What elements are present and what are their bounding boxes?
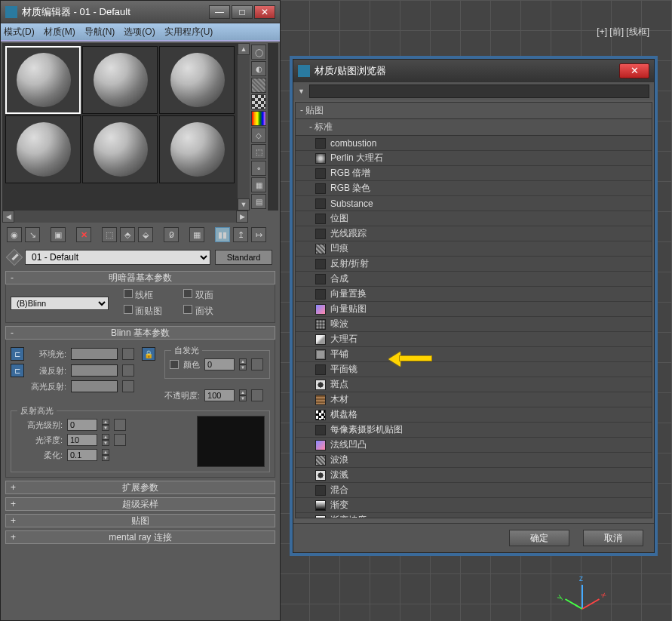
ambient-map-button[interactable]: [122, 348, 134, 360]
assign-to-selection-icon[interactable]: ▣: [51, 227, 66, 242]
browser-options-icon[interactable]: ▼: [298, 88, 305, 95]
opacity-spinner[interactable]: 100: [204, 389, 235, 401]
menu-navigate[interactable]: 导航(N): [84, 26, 115, 38]
shader-combo[interactable]: (B)Blinn: [11, 297, 109, 310]
rollout-extended[interactable]: +扩展参数: [5, 481, 275, 494]
map-item-21[interactable]: 波浪: [296, 453, 652, 468]
tree-group-standard[interactable]: - 标准: [296, 119, 652, 136]
rollout-shader-basic[interactable]: -明暗器基本参数: [5, 271, 275, 284]
map-item-20[interactable]: 法线凹凸: [296, 438, 652, 453]
cancel-button[interactable]: 取消: [583, 530, 643, 546]
put-to-library-icon[interactable]: ⬙: [138, 227, 153, 242]
map-item-5[interactable]: 位图: [296, 211, 652, 226]
map-item-16[interactable]: 斑点: [296, 377, 652, 392]
menu-options[interactable]: 选项(O): [124, 26, 155, 38]
map-item-22[interactable]: 泼溅: [296, 468, 652, 483]
specular-map-button[interactable]: [122, 380, 134, 392]
go-forward-icon[interactable]: ↦: [251, 227, 266, 242]
backlight-icon[interactable]: ◐: [251, 61, 266, 76]
map-item-10[interactable]: 向量置换: [296, 287, 652, 302]
map-item-11[interactable]: 向量贴图: [296, 302, 652, 317]
sample-slot-1[interactable]: [5, 46, 81, 114]
map-tree[interactable]: - 贴图 - 标准 combustionPerlin 大理石RGB 倍增RGB …: [295, 102, 652, 518]
gloss-spinner[interactable]: 10: [67, 434, 97, 446]
rollout-blinn-basic[interactable]: -Blinn 基本参数: [5, 326, 275, 340]
material-editor-titlebar[interactable]: 材质编辑器 - 01 - Default — □ ✕: [1, 1, 280, 23]
menu-material[interactable]: 材质(M): [44, 26, 75, 38]
sample-slot-6[interactable]: [159, 115, 235, 183]
sample-slot-4[interactable]: [5, 115, 81, 183]
selfillum-map-button[interactable]: [251, 358, 263, 370]
maximize-button[interactable]: □: [232, 5, 253, 19]
make-preview-icon[interactable]: ⬚: [251, 144, 266, 159]
sample-type-icon[interactable]: ◯: [251, 45, 266, 60]
map-item-19[interactable]: 每像素摄影机贴图: [296, 423, 652, 438]
put-to-scene-icon[interactable]: ↘: [25, 227, 40, 242]
map-item-9[interactable]: 合成: [296, 272, 652, 287]
map-item-7[interactable]: 凹痕: [296, 241, 652, 257]
show-map-icon[interactable]: ▦: [189, 227, 204, 242]
rollout-supersample[interactable]: +超级采样: [5, 497, 275, 511]
map-item-24[interactable]: 渐变: [296, 498, 652, 513]
map-item-23[interactable]: 混合: [296, 483, 652, 498]
map-item-17[interactable]: 木材: [296, 392, 652, 407]
browser-search-input[interactable]: [309, 85, 649, 98]
close-button[interactable]: ✕: [254, 5, 275, 19]
select-by-mat-icon[interactable]: ▦: [251, 177, 266, 192]
soften-spinner[interactable]: 0.1: [67, 449, 97, 461]
gloss-map-button[interactable]: [114, 434, 126, 446]
specular-swatch[interactable]: [71, 380, 118, 392]
map-item-12[interactable]: 噪波: [296, 317, 652, 332]
opacity-map-button[interactable]: [251, 389, 263, 401]
reset-map-icon[interactable]: ✕: [76, 227, 91, 242]
sample-scrollbar-v[interactable]: ▲▼: [238, 43, 250, 211]
video-check-icon[interactable]: ◇: [251, 128, 266, 143]
minimize-button[interactable]: —: [209, 5, 230, 19]
get-material-icon[interactable]: ◉: [7, 227, 22, 242]
map-item-18[interactable]: 棋盘格: [296, 407, 652, 423]
map-item-15[interactable]: 平面镜: [296, 362, 652, 377]
viewport-label[interactable]: [+] [前] [线框]: [597, 26, 649, 38]
ambient-diffuse-lock-icon[interactable]: 🔒: [142, 347, 155, 361]
faceted-checkbox[interactable]: [183, 305, 192, 314]
ambient-swatch[interactable]: [71, 348, 118, 360]
map-item-14[interactable]: 平铺: [296, 347, 652, 362]
map-item-6[interactable]: 光线跟踪: [296, 226, 652, 241]
sample-slot-2[interactable]: [82, 46, 158, 114]
sample-scrollbar-h[interactable]: ◀▶: [2, 211, 248, 223]
ambient-lock-icon[interactable]: ⊏: [11, 347, 24, 361]
pick-material-icon[interactable]: [6, 249, 23, 266]
diffuse-swatch[interactable]: [71, 364, 118, 377]
map-item-8[interactable]: 反射/折射: [296, 257, 652, 272]
browser-titlebar[interactable]: 材质/贴图浏览器 ✕: [293, 60, 654, 82]
map-item-25[interactable]: 渐变坡度: [296, 513, 652, 518]
map-item-1[interactable]: Perlin 大理石: [296, 151, 652, 166]
ok-button[interactable]: 确定: [509, 530, 569, 546]
menu-utilities[interactable]: 实用程序(U): [164, 26, 213, 38]
options-icon[interactable]: ⚬: [251, 161, 266, 176]
sample-uv-icon[interactable]: [251, 111, 266, 126]
selfillum-spinner[interactable]: 0: [204, 358, 235, 370]
map-item-3[interactable]: RGB 染色: [296, 181, 652, 196]
facemap-checkbox[interactable]: [124, 305, 133, 314]
material-name-select[interactable]: 01 - Default: [25, 250, 210, 265]
map-item-13[interactable]: 大理石: [296, 332, 652, 347]
spec-level-map-button[interactable]: [114, 419, 126, 431]
sample-slot-5[interactable]: [82, 115, 158, 183]
tree-group-maps[interactable]: - 贴图: [296, 103, 652, 119]
twosided-checkbox[interactable]: [183, 289, 192, 298]
sample-slot-3[interactable]: [159, 46, 235, 114]
rollout-maps[interactable]: +贴图: [5, 514, 275, 527]
diffuse-map-button[interactable]: [122, 364, 134, 377]
map-item-2[interactable]: RGB 倍增: [296, 166, 652, 181]
go-to-parent-icon[interactable]: ↥: [233, 227, 248, 242]
map-item-0[interactable]: combustion: [296, 136, 652, 151]
show-end-result-icon[interactable]: ▮▮: [215, 227, 230, 242]
material-id-icon[interactable]: 0̷: [164, 227, 179, 242]
sample-check-icon[interactable]: [251, 94, 266, 109]
background-icon[interactable]: [251, 78, 266, 93]
wire-checkbox[interactable]: [124, 289, 133, 298]
make-copy-icon[interactable]: ⬚: [102, 227, 117, 242]
diffuse-lock-icon[interactable]: ⊏: [11, 364, 24, 377]
material-map-nav-icon[interactable]: ▤: [251, 194, 266, 209]
